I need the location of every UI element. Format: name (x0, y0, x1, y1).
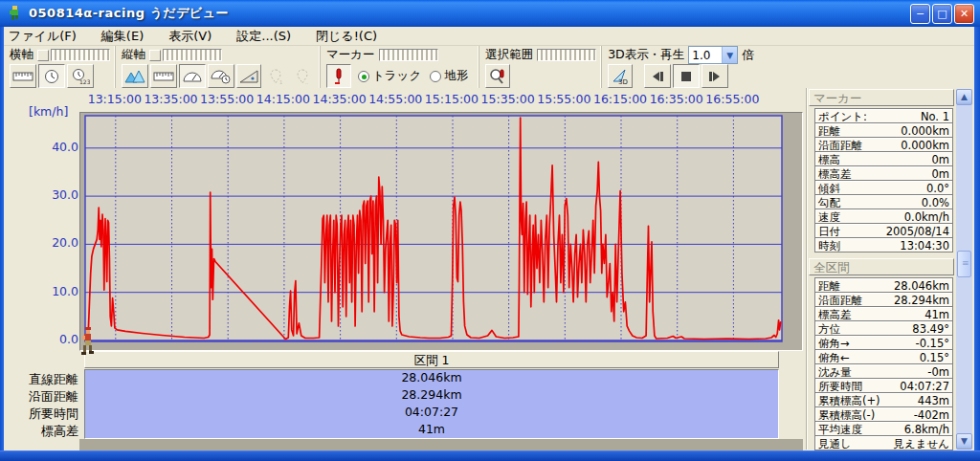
label-surface-distance: 沿面距離 (4, 388, 80, 406)
y-axis-tick-label-4: 40.0 (36, 140, 78, 154)
menu-item-2[interactable]: 表示(V) (168, 28, 212, 45)
selection-zoom-pin-button[interactable] (485, 64, 510, 88)
total-row-label: 所要時間 (815, 379, 862, 392)
app-icon (6, 5, 23, 22)
x-axis-tick-label-9: 16:15:00 (590, 92, 650, 106)
menu-item-4[interactable]: 閉じる!(C) (316, 28, 377, 45)
total-row-value: 443m (918, 393, 952, 406)
ghost-balloon-icon: 1 (268, 68, 283, 85)
v-axis-speed-time-button[interactable] (208, 64, 234, 88)
marker-walker-icon[interactable] (78, 325, 97, 358)
radio-track[interactable] (358, 71, 369, 82)
marker-row: 標高差0m (815, 166, 953, 181)
v-axis-disabled-button-2: .. (290, 64, 315, 88)
total-row-label: 俯角← (815, 350, 850, 363)
h-axis-time-button[interactable] (38, 64, 65, 88)
toolbar-section-marker: マーカー トラック 地形 (320, 46, 479, 88)
v-axis-zoom-slider[interactable] (149, 49, 222, 61)
selection-slider[interactable] (537, 49, 596, 61)
y-axis-tick-label-3: 30.0 (36, 187, 78, 202)
play-reverse-button[interactable] (644, 64, 671, 88)
vertical-divider (806, 88, 808, 450)
total-row: 所要時間04:07:27 (815, 379, 953, 393)
section-surface-distance-value: 28.294km (85, 387, 778, 405)
stop-button[interactable] (673, 64, 700, 88)
play-reverse-icon (651, 72, 664, 81)
v-axis-speed-button[interactable] (179, 64, 206, 88)
svg-text:3D: 3D (618, 78, 628, 85)
info-panel: マーカー ポイント:No. 1距離0.000km沿面距離0.000km標高0m標… (809, 88, 974, 450)
ruler-icon (153, 71, 174, 82)
speedometer-clock-icon (211, 69, 232, 84)
toolbar: 横軸 123 (4, 46, 974, 88)
toolbar-section-3d-playback: 3D表示・再生 1.0 ▼ 倍 3D (601, 46, 759, 88)
panel-scrollbar[interactable]: ▲ ▼ (956, 89, 972, 450)
total-row-value: -0.15° (915, 336, 952, 349)
scroll-thumb[interactable] (957, 251, 971, 277)
marker-row: 距離0.000km (815, 123, 953, 138)
bottom-gray-band (79, 439, 803, 450)
v-axis-disabled-button-1: 1 (263, 64, 288, 88)
playback-scale-value: 1.0 (689, 47, 722, 63)
marker-row-value: 0.0% (922, 195, 952, 209)
marker-row-value: 13:04:30 (900, 238, 952, 252)
toolbar-section-horizontal-axis: 横軸 123 (4, 46, 115, 88)
menu-item-0[interactable]: ファイル(F) (9, 28, 77, 45)
total-row-value: 28.294km (894, 293, 952, 306)
ruler-icon (12, 71, 33, 82)
v-axis-elevation-button[interactable] (122, 64, 148, 88)
section-header-strip[interactable]: 区間 1 (84, 351, 779, 368)
speed-chart-panel[interactable] (79, 112, 803, 351)
3d-view-icon: 3D (611, 68, 630, 85)
v-axis-slope-button[interactable] (236, 64, 261, 88)
h-axis-zoom-slider[interactable] (37, 49, 110, 61)
radio-terrain[interactable] (430, 71, 441, 82)
marker-pin-button[interactable] (326, 64, 351, 88)
total-row-label: 見通し (815, 436, 852, 450)
total-row-label: 累積標高(+) (815, 393, 880, 406)
marker-row-value: No. 1 (921, 109, 952, 122)
total-row: 標高差41m (815, 307, 953, 321)
total-row-label: 沿面距離 (815, 293, 862, 306)
v-axis-distance-button[interactable] (150, 64, 177, 88)
playback-scale-combobox[interactable]: 1.0 ▼ (688, 46, 738, 64)
toolbar-section-vertical-axis: 縦軸 (115, 46, 320, 88)
speedometer-icon (182, 70, 203, 83)
x-axis-tick-label-6: 15:15:00 (422, 92, 481, 106)
total-row: 平均速度6.8km/h (815, 422, 953, 436)
scroll-down-button[interactable]: ▼ (956, 433, 972, 450)
chart-region: [km/h] 区間 1 28.046km 28.294km 04:07:27 4… (4, 88, 806, 450)
section-straight-distance-value: 28.046km (85, 370, 778, 387)
total-row-value: 28.046km (894, 278, 952, 292)
marker-target-radios: トラック 地形 (358, 68, 474, 84)
slope-angle-icon (239, 70, 258, 83)
x-axis-tick-label-1: 13:35:00 (142, 92, 201, 106)
minimize-button[interactable]: ─ (910, 4, 930, 24)
h-axis-distance-button[interactable] (10, 64, 36, 88)
y-axis-tick-label-1: 10.0 (36, 284, 78, 298)
x-axis-tick-label-8: 15:55:00 (534, 92, 593, 106)
total-row-label: 標高差 (815, 307, 852, 320)
chevron-down-icon[interactable]: ▼ (722, 47, 737, 63)
total-row-value: 見えません (893, 436, 952, 450)
play-forward-button[interactable] (702, 64, 728, 88)
marker-row-value: 0.000km (901, 123, 952, 137)
maximize-button[interactable]: □ (932, 4, 952, 24)
total-row-value: 0.15° (920, 350, 952, 363)
marker-slider[interactable] (379, 49, 438, 61)
total-row: 沈み量-0m (815, 364, 953, 379)
window-border-left (0, 27, 4, 461)
menu-item-1[interactable]: 編集(E) (101, 28, 144, 45)
speed-line-chart[interactable] (80, 113, 802, 350)
title-bar[interactable]: 050814α-racing うだデビュー ─ □ ✕ (0, 0, 980, 27)
menu-item-3[interactable]: 設定...(S) (236, 28, 291, 45)
marker-row-label: 標高差 (815, 166, 852, 180)
h-axis-time-number-button[interactable]: 123 (67, 64, 94, 88)
3d-view-button[interactable]: 3D (608, 64, 633, 88)
marker-row: ポイント:No. 1 (815, 109, 953, 123)
scroll-up-button[interactable]: ▲ (956, 89, 972, 105)
selection-label: 選択範囲 (485, 47, 533, 63)
close-button[interactable]: ✕ (954, 4, 974, 24)
total-row-label: 沈み量 (815, 364, 852, 378)
window-title: 050814α-racing うだデビュー (29, 5, 229, 22)
